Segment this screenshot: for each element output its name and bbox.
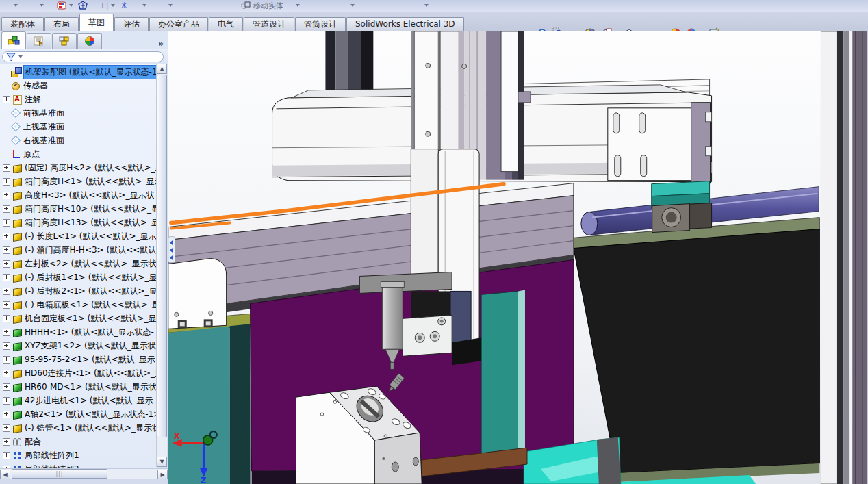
command-tab-8[interactable]: 管筒设计	[295, 17, 346, 31]
expander-icon[interactable]	[3, 452, 10, 459]
tree-item[interactable]: 箱门高度H<13> (默认<<默认>_显	[0, 216, 157, 229]
rear-column[interactable]	[325, 31, 373, 97]
command-tab-7[interactable]: 管道设计	[244, 17, 294, 31]
stepper-motor[interactable]	[411, 291, 450, 318]
mount-plate[interactable]	[359, 272, 452, 293]
toolbar-dropdown-icon[interactable]	[142, 1, 146, 10]
scroll-left-button[interactable]: ◀	[0, 470, 10, 479]
expander-icon[interactable]	[3, 342, 10, 350]
toolbar-dropdown-icon[interactable]	[296, 1, 300, 10]
tree-item-root[interactable]: 机架装配图 (默认<默认_显示状态-1>)	[0, 65, 157, 79]
tree-item[interactable]: A轴2<1> (默认<默认_显示状态-1>	[0, 407, 157, 421]
vertical-scroll-thumb[interactable]	[157, 75, 167, 437]
scroll-right-button[interactable]: ▶	[157, 470, 168, 479]
expander-icon[interactable]	[3, 164, 10, 172]
filter-dropdown-icon[interactable]	[18, 55, 23, 58]
expander-icon[interactable]	[3, 438, 10, 446]
tree-item[interactable]: (-) 电箱底板<1> (默认<<默认>_显	[0, 298, 157, 311]
command-tab-5[interactable]: 办公室产品	[149, 17, 208, 31]
toolbar-dropdown-icon[interactable]	[14, 1, 18, 10]
expander-icon[interactable]	[3, 397, 10, 405]
command-tab-2[interactable]: 布局	[44, 17, 79, 31]
command-tab-1[interactable]: 装配体	[1, 17, 44, 31]
spline-star-icon[interactable]: ✳	[120, 1, 127, 10]
tree-item[interactable]: 左封板<2> (默认<<默认>_显示状	[0, 257, 157, 270]
tree-item[interactable]: 注解	[0, 92, 157, 106]
tree-item[interactable]: 机台固定板<1> (默认<<默认>_显	[0, 311, 157, 325]
tree-item[interactable]: (固定) 高度H<2> (默认<<默认>_显	[0, 161, 157, 175]
expander-icon[interactable]	[3, 274, 10, 281]
toolbar-dropdown-icon[interactable]	[111, 1, 115, 10]
tree-item[interactable]: 高度H<3> (默认<<默认>_显示状	[0, 188, 157, 202]
tree-item[interactable]: 配合	[0, 435, 157, 448]
tree-item[interactable]: (-) 后封板1<1> (默认<<默认>_显	[0, 270, 157, 284]
expander-icon[interactable]	[3, 219, 10, 227]
tree-item[interactable]: 箱门高度H<10> (默认<<默认>_显	[0, 202, 157, 216]
expander-icon[interactable]	[3, 260, 10, 268]
tab-configuration-manager[interactable]	[52, 33, 77, 49]
command-tab-9[interactable]: SolidWorks Electrical 3D	[346, 17, 464, 31]
toolbar-dropdown-icon[interactable]	[69, 1, 73, 10]
color-swatch-icon[interactable]	[57, 1, 67, 10]
tree-item[interactable]: (-) 长度L<1> (默认<<默认>_显示	[0, 229, 157, 243]
tree-item[interactable]: 右视基准面	[0, 133, 157, 147]
3d-viewport[interactable]: X Z	[168, 31, 868, 484]
rail-bearing-block[interactable]	[652, 181, 712, 233]
tree-item[interactable]: (-) 后封板2<1> (默认<<默认>_显	[0, 284, 157, 298]
toolbar-dropdown-icon[interactable]	[168, 1, 173, 10]
panel-more-chevron[interactable]: »	[158, 39, 164, 49]
scroll-down-button[interactable]: ▼	[157, 457, 167, 467]
table-leg[interactable]	[481, 290, 525, 461]
expander-icon[interactable]	[3, 233, 10, 240]
expander-icon[interactable]	[3, 205, 10, 213]
panel-splitter-control[interactable]	[168, 237, 175, 263]
expander-icon[interactable]	[3, 411, 10, 418]
beam-end-plate[interactable]	[608, 103, 712, 183]
plus-icon[interactable]: +	[99, 1, 106, 10]
base-front-teal[interactable]	[168, 326, 230, 484]
tree-item[interactable]: (-) 锆管<1> (默认<<默认>_显示状	[0, 421, 157, 435]
expander-icon[interactable]	[3, 178, 10, 186]
command-tab-6[interactable]: 电气	[209, 17, 243, 31]
tree-item[interactable]: HR60-MD<1> (默认<默认_显示状	[0, 380, 157, 394]
tree-filter-input[interactable]	[2, 51, 164, 62]
tab-property-manager[interactable]	[27, 33, 51, 49]
tab-feature-manager[interactable]	[1, 31, 26, 49]
toolbar-dropdown-icon[interactable]	[424, 1, 429, 10]
tree-item[interactable]: 上视基准面	[0, 120, 157, 133]
tree-item[interactable]: 原点	[0, 147, 157, 161]
tree-item[interactable]: 95-95-75-2<1> (默认<默认_显示	[0, 353, 157, 366]
tree-item[interactable]: 42步进电机<1> (默认<默认_显示	[0, 394, 157, 407]
tree-item[interactable]: 传感器	[0, 79, 157, 92]
tree-item[interactable]: 局部线性阵列1	[0, 448, 157, 462]
slide-block[interactable]	[450, 291, 471, 346]
tree-item[interactable]: HD60连接片<1> (默认<<默认>_显	[0, 366, 157, 380]
tree-item[interactable]: HHHH<1> (默认<默认_显示状态-	[0, 325, 157, 339]
expander-icon[interactable]	[3, 246, 10, 254]
right-column[interactable]	[821, 31, 867, 484]
tree-item[interactable]: 局部线性阵列2	[0, 462, 157, 468]
scroll-up-button[interactable]: ▲	[157, 64, 167, 74]
horizontal-scroll-thumb[interactable]: |||	[12, 469, 107, 479]
expander-icon[interactable]	[3, 192, 10, 199]
polygon-icon[interactable]	[77, 1, 88, 10]
expander-icon[interactable]	[3, 301, 10, 309]
expander-icon[interactable]	[3, 288, 10, 295]
tree-item[interactable]: 前视基准面	[0, 106, 157, 120]
toolbar-dropdown-icon[interactable]	[40, 1, 44, 10]
beam-end-box[interactable]	[168, 258, 227, 329]
tree-item[interactable]: XYZ支架1<2> (默认<默认_显示状	[0, 339, 157, 353]
tree-item[interactable]: (-) 箱门高度H-H<3> (默认<<默认	[0, 243, 157, 257]
expander-icon[interactable]	[3, 383, 10, 391]
expander-icon[interactable]	[3, 329, 10, 336]
expander-icon[interactable]	[3, 370, 10, 377]
toolbar-dropdown-icon[interactable]	[350, 1, 355, 10]
expander-icon[interactable]	[3, 356, 10, 364]
command-tab-4[interactable]: 评估	[114, 17, 149, 31]
command-tab-3[interactable]: 草图	[79, 14, 114, 31]
expander-icon[interactable]	[3, 315, 10, 322]
tree-item[interactable]: 箱门高度H<1> (默认<<默认>_显示	[0, 175, 157, 188]
expander-icon[interactable]	[3, 424, 10, 432]
tab-display-manager[interactable]	[77, 33, 102, 49]
expander-icon[interactable]	[3, 96, 10, 103]
